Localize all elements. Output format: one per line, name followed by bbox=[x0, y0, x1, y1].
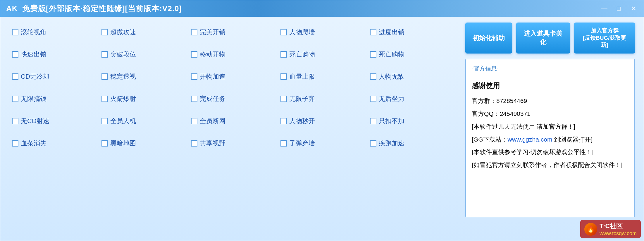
checkbox-box[interactable] bbox=[12, 29, 18, 35]
checkbox-box[interactable] bbox=[370, 29, 376, 35]
checkbox-box[interactable] bbox=[280, 73, 287, 80]
checkbox-item[interactable]: 死亡购物 bbox=[367, 45, 457, 64]
skin-button[interactable]: 进入道具卡美化 bbox=[516, 23, 570, 54]
checkbox-label: 全员断网 bbox=[200, 117, 225, 125]
window-controls: — □ ✕ bbox=[600, 4, 638, 13]
checkbox-box[interactable] bbox=[12, 96, 18, 102]
checkbox-label: 共享视野 bbox=[200, 139, 225, 148]
checkbox-item[interactable]: CD无冷却 bbox=[9, 67, 99, 86]
checkbox-item[interactable]: 完成任务 bbox=[188, 89, 278, 109]
checkbox-label: 开物加速 bbox=[200, 72, 225, 81]
checkbox-label: 滚轮视角 bbox=[21, 28, 47, 37]
checkbox-item[interactable]: 只扣不加 bbox=[367, 111, 457, 131]
checkbox-item[interactable]: 全员人机 bbox=[99, 111, 188, 131]
checkbox-item[interactable]: 滚轮视角 bbox=[9, 23, 99, 42]
checkboxes-grid: 滚轮视角 超微攻速 完美开锁 人物爬墙 进度出锁 快速出锁 突破段位 bbox=[9, 23, 457, 153]
close-button[interactable]: ✕ bbox=[629, 4, 638, 13]
checkbox-item[interactable]: 无限搞钱 bbox=[9, 89, 99, 109]
checkbox-box[interactable] bbox=[101, 73, 108, 80]
checkbox-box[interactable] bbox=[12, 118, 18, 124]
checkbox-item[interactable]: 移动开物 bbox=[188, 45, 278, 64]
checkbox-box[interactable] bbox=[370, 118, 376, 124]
checkbox-label: 超微攻速 bbox=[110, 28, 136, 37]
checkbox-item[interactable]: 完美开锁 bbox=[188, 23, 278, 42]
checkbox-item[interactable]: 突破段位 bbox=[99, 45, 188, 64]
minimize-button[interactable]: — bbox=[600, 4, 609, 13]
checkbox-label: 死亡购物 bbox=[379, 50, 404, 59]
checkbox-box[interactable] bbox=[12, 51, 18, 58]
checkbox-label: 快速出锁 bbox=[21, 50, 47, 59]
info-url[interactable]: www.ggzha.com bbox=[508, 136, 552, 143]
checkbox-box[interactable] bbox=[101, 118, 108, 124]
tc-badge: 🔥 T·C社区 www.tcsqw.com bbox=[580, 220, 641, 238]
checkbox-label: 只扣不加 bbox=[379, 117, 404, 125]
app-title: AK_免费版[外部版本·稳定性随缘][当前版本:V2.0] bbox=[6, 4, 182, 14]
init-button[interactable]: 初始化辅助 bbox=[465, 23, 512, 54]
checkbox-item[interactable]: 血量上限 bbox=[278, 67, 367, 86]
checkbox-label: 子弹穿墙 bbox=[289, 139, 315, 148]
checkbox-item[interactable]: 开物加速 bbox=[188, 67, 278, 86]
checkbox-item[interactable]: 疾跑加速 bbox=[367, 134, 457, 153]
checkbox-item[interactable]: 全员断网 bbox=[188, 111, 278, 131]
checkbox-item[interactable]: 快速出锁 bbox=[9, 45, 99, 64]
checkbox-box[interactable] bbox=[280, 51, 287, 58]
checkbox-box[interactable] bbox=[280, 29, 287, 35]
checkbox-box[interactable] bbox=[370, 51, 376, 58]
checkbox-item[interactable]: 共享视野 bbox=[188, 134, 278, 153]
info-box: ·官方信息· 感谢使用 官方群：872854469 官方QQ：245490371… bbox=[465, 59, 635, 217]
checkbox-box[interactable] bbox=[191, 118, 197, 124]
checkbox-box[interactable] bbox=[280, 96, 287, 102]
group-button[interactable]: 加入官方群 [反馈BUG/获取更 新] bbox=[574, 23, 635, 54]
checkbox-label: 无后坐力 bbox=[379, 94, 404, 103]
checkbox-item[interactable]: 血条消失 bbox=[9, 134, 99, 153]
checkbox-label: 疾跑加速 bbox=[379, 139, 404, 148]
checkbox-box[interactable] bbox=[101, 51, 108, 58]
checkbox-label: 血条消失 bbox=[21, 139, 47, 148]
checkbox-item[interactable]: 子弹穿墙 bbox=[278, 134, 367, 153]
left-panel: 滚轮视角 超微攻速 完美开锁 人物爬墙 进度出锁 快速出锁 突破段位 bbox=[9, 23, 457, 217]
checkbox-item[interactable]: 无后坐力 bbox=[367, 89, 457, 109]
checkbox-label: 完成任务 bbox=[200, 94, 225, 103]
checkbox-box[interactable] bbox=[191, 51, 197, 58]
checkbox-box[interactable] bbox=[370, 96, 376, 102]
checkbox-label: CD无冷却 bbox=[21, 72, 49, 81]
checkbox-item[interactable]: 超微攻速 bbox=[99, 23, 188, 42]
checkbox-label: 火箭爆射 bbox=[110, 94, 136, 103]
checkbox-box[interactable] bbox=[12, 140, 18, 147]
checkbox-box[interactable] bbox=[101, 96, 108, 102]
info-group: 官方群：872854469 bbox=[472, 95, 628, 106]
checkbox-item[interactable]: 黑暗地图 bbox=[99, 134, 188, 153]
checkbox-box[interactable] bbox=[370, 140, 376, 147]
checkbox-label: 人物无敌 bbox=[379, 72, 404, 81]
checkbox-box[interactable] bbox=[280, 140, 287, 147]
checkbox-box[interactable] bbox=[191, 73, 197, 80]
checkbox-label: 黑暗地图 bbox=[110, 139, 136, 148]
checkbox-item[interactable]: 人物爬墙 bbox=[278, 23, 367, 42]
info-qq: 官方QQ：245490371 bbox=[472, 108, 628, 119]
tc-url: www.tcsqw.com bbox=[600, 230, 637, 237]
info-line1: [本软件过几天无法使用 请加官方群！] bbox=[472, 121, 628, 132]
checkbox-item[interactable]: 人物秒开 bbox=[278, 111, 367, 131]
checkbox-item[interactable]: 进度出锁 bbox=[367, 23, 457, 42]
checkbox-box[interactable] bbox=[101, 140, 108, 147]
checkbox-item[interactable]: 死亡购物 bbox=[278, 45, 367, 64]
info-line2: [GG下载站：www.ggzha.com 到浏览器打开] bbox=[472, 134, 628, 145]
checkbox-box[interactable] bbox=[101, 29, 108, 35]
maximize-button[interactable]: □ bbox=[614, 4, 623, 13]
checkbox-item[interactable]: 稳定透视 bbox=[99, 67, 188, 86]
checkbox-item[interactable]: 无CD射速 bbox=[9, 111, 99, 131]
checkbox-box[interactable] bbox=[191, 96, 197, 102]
checkbox-label: 完美开锁 bbox=[200, 28, 225, 37]
checkbox-box[interactable] bbox=[191, 29, 197, 35]
checkbox-label: 人物秒开 bbox=[289, 117, 315, 125]
checkbox-item[interactable]: 人物无敌 bbox=[367, 67, 457, 86]
info-line3: [本软件直供参考学习·切勿破坏游戏公平性！] bbox=[472, 147, 628, 158]
checkbox-box[interactable] bbox=[191, 140, 197, 147]
tc-text: T·C社区 bbox=[600, 222, 637, 230]
checkbox-item[interactable]: 火箭爆射 bbox=[99, 89, 188, 109]
checkbox-box[interactable] bbox=[12, 73, 18, 80]
checkbox-box[interactable] bbox=[280, 118, 287, 124]
checkbox-item[interactable]: 无限子弹 bbox=[278, 89, 367, 109]
info-thank-you: 感谢使用 bbox=[472, 79, 628, 92]
checkbox-box[interactable] bbox=[370, 73, 376, 80]
